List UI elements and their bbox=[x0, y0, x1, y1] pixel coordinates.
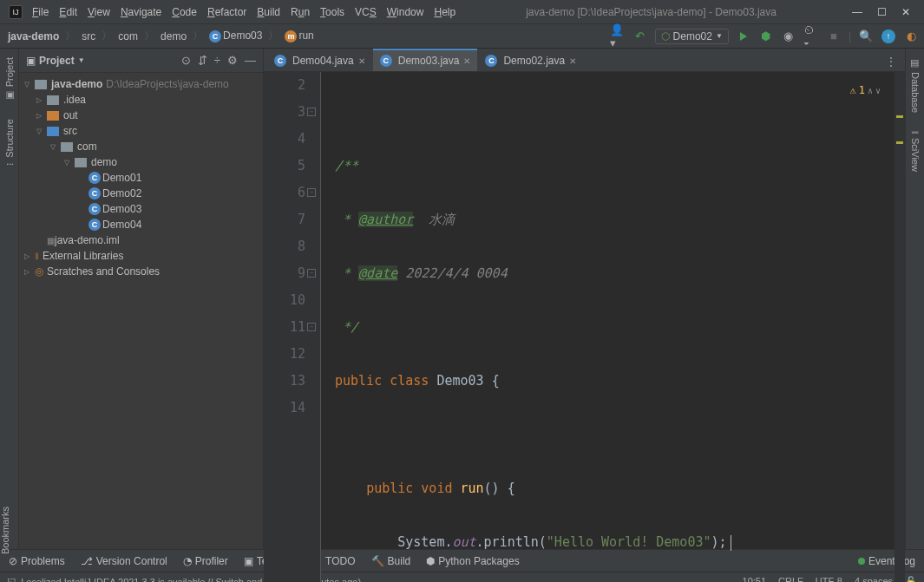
menu-edit[interactable]: Edit bbox=[55, 3, 82, 21]
close-icon[interactable]: ✕ bbox=[569, 56, 576, 66]
crumb-method[interactable]: mrun bbox=[282, 29, 316, 43]
hide-tool-icon[interactable]: — bbox=[245, 54, 256, 67]
tree-file-demo01[interactable]: CDemo01 bbox=[19, 170, 263, 186]
menu-code[interactable]: Code bbox=[167, 3, 201, 21]
menu-build[interactable]: Build bbox=[252, 3, 285, 21]
settings-icon[interactable]: ⚙ bbox=[227, 54, 238, 67]
debug-button[interactable]: ⬢ bbox=[758, 29, 774, 44]
menu-navigate[interactable]: Navigate bbox=[116, 3, 166, 21]
menu-file[interactable]: File bbox=[28, 3, 53, 21]
profile-button[interactable]: ⏲▾ bbox=[803, 29, 819, 44]
close-button[interactable]: ✕ bbox=[900, 6, 912, 18]
next-highlight-icon[interactable]: ∨ bbox=[875, 77, 881, 104]
add-user-icon[interactable]: 👤▾ bbox=[610, 29, 626, 44]
tree-com[interactable]: ▽com bbox=[19, 139, 263, 154]
project-view-dropdown[interactable]: ▼ bbox=[78, 56, 85, 64]
minimize-button[interactable]: — bbox=[851, 6, 863, 18]
tree-src[interactable]: ▽src bbox=[19, 123, 263, 139]
collapse-all-icon[interactable]: ÷ bbox=[214, 54, 220, 67]
menu-view[interactable]: View bbox=[83, 3, 115, 21]
project-tree: ▽java-demoD:\IdeaProjects\java-demo ▷.id… bbox=[19, 73, 263, 549]
tab-demo02[interactable]: CDemo02.java✕ bbox=[478, 49, 583, 71]
prev-highlight-icon[interactable]: ∧ bbox=[868, 77, 873, 104]
tree-root[interactable]: ▽java-demoD:\IdeaProjects\java-demo bbox=[19, 76, 263, 92]
breadcrumb: java-demo 〉 src 〉 com 〉 demo 〉 CDemo03 〉… bbox=[5, 29, 317, 43]
sidebar-sciview-stripe[interactable]: ⫴ SciView bbox=[910, 127, 921, 175]
toolwin-vcs[interactable]: ⎇ Version Control bbox=[81, 555, 167, 567]
tree-file-demo03[interactable]: CDemo03 bbox=[19, 201, 263, 217]
tree-idea[interactable]: ▷.idea bbox=[19, 92, 263, 108]
tabs-more-icon[interactable]: ⋮ bbox=[882, 52, 900, 71]
crumb-src[interactable]: src bbox=[79, 29, 98, 43]
run-config-dropdown[interactable]: ⬡ Demo02 ▼ bbox=[655, 29, 729, 44]
run-button[interactable] bbox=[736, 29, 751, 44]
menu-refactor[interactable]: Refactor bbox=[203, 3, 251, 21]
ide-logo-icon: IJ bbox=[9, 5, 23, 19]
sidebar-structure-stripe[interactable]: ⫶ Structure bbox=[4, 115, 15, 170]
error-stripe[interactable] bbox=[895, 72, 905, 582]
close-icon[interactable]: ✕ bbox=[358, 56, 365, 66]
stop-button[interactable]: ■ bbox=[826, 29, 842, 44]
menu-run[interactable]: Run bbox=[286, 3, 314, 21]
ide-settings-icon[interactable]: ◐ bbox=[903, 29, 919, 44]
tree-scratches[interactable]: ▷◎Scratches and Consoles bbox=[19, 264, 263, 279]
tree-file-demo04[interactable]: CDemo04 bbox=[19, 217, 263, 232]
update-icon[interactable]: ↑ bbox=[881, 29, 896, 44]
menu-tools[interactable]: Tools bbox=[316, 3, 349, 21]
project-tool-icon: ▣ bbox=[26, 55, 36, 67]
tree-out[interactable]: ▷out bbox=[19, 108, 263, 123]
tab-demo04[interactable]: CDemo04.java✕ bbox=[267, 49, 372, 71]
code-editor[interactable]: 2 3− 4 5 6− 7 8 9− 10 11− 12 13 14 /** *… bbox=[264, 72, 905, 582]
toolwindow-toggle-icon[interactable]: ◱ bbox=[7, 576, 16, 582]
crumb-class[interactable]: CDemo03 bbox=[206, 29, 265, 43]
tab-demo03[interactable]: CDemo03.java✕ bbox=[373, 49, 478, 71]
close-icon[interactable]: ✕ bbox=[463, 56, 470, 66]
expand-all-icon[interactable]: ⇵ bbox=[198, 54, 207, 67]
tree-iml[interactable]: ▦ java-demo.iml bbox=[19, 232, 263, 248]
sidebar-database-stripe[interactable]: ▤ Database bbox=[909, 54, 921, 116]
back-build-icon[interactable]: ↶ bbox=[632, 29, 648, 44]
tree-ext-libs[interactable]: ▷External Libraries bbox=[19, 248, 263, 264]
maximize-button[interactable]: ☐ bbox=[875, 6, 888, 18]
window-title: java-demo [D:\IdeaProjects\java-demo] - … bbox=[460, 6, 842, 18]
menu-help[interactable]: Help bbox=[429, 3, 460, 21]
tree-demo[interactable]: ▽demo bbox=[19, 154, 263, 170]
sidebar-bookmarks-stripe[interactable]: Bookmarks bbox=[0, 501, 10, 559]
status-readonly-icon[interactable]: 🔓 bbox=[905, 576, 917, 582]
inspection-widget[interactable]: ⚠ 1 ∧ ∨ bbox=[849, 77, 881, 104]
menu-window[interactable]: Window bbox=[383, 3, 429, 21]
project-tool-title: Project bbox=[39, 55, 75, 67]
toolwin-profiler[interactable]: ◔ Profiler bbox=[183, 555, 228, 567]
crumb-project[interactable]: java-demo bbox=[5, 29, 62, 43]
line-gutter: 2 3− 4 5 6− 7 8 9− 10 11− 12 13 14 bbox=[264, 72, 321, 582]
crumb-demo[interactable]: demo bbox=[158, 29, 189, 43]
menu-vcs[interactable]: VCS bbox=[351, 3, 381, 21]
crumb-com[interactable]: com bbox=[115, 29, 141, 43]
tree-file-demo02[interactable]: CDemo02 bbox=[19, 186, 263, 201]
search-icon[interactable]: 🔍 bbox=[858, 29, 874, 44]
coverage-button[interactable]: ◉ bbox=[781, 29, 796, 44]
select-opened-file-icon[interactable]: ⊙ bbox=[181, 54, 191, 67]
main-menu: File Edit View Navigate Code Refactor Bu… bbox=[28, 3, 460, 21]
sidebar-project-stripe[interactable]: ▣ Project bbox=[3, 54, 15, 105]
